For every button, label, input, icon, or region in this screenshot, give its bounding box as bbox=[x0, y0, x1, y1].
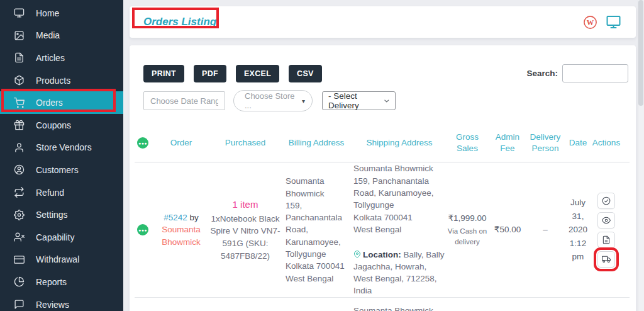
shipping-address-cell: Soumanta Bhowmick 159, Panchanantala Roa… bbox=[347, 162, 445, 297]
sidebar-item-reviews[interactable]: Reviews bbox=[0, 293, 123, 311]
orders-panel: PRINT PDF EXCEL CSV Search: Choose Store… bbox=[130, 45, 636, 311]
sidebar-item-customers[interactable]: Customers bbox=[0, 159, 123, 181]
location-pin-icon bbox=[353, 251, 361, 258]
credit-card-icon bbox=[14, 254, 25, 265]
sidebar-item-withdrawal[interactable]: Withdrawal bbox=[0, 249, 123, 271]
page-header: Orders Listing W bbox=[130, 6, 636, 38]
store-select[interactable]: Choose Store ... ▾ bbox=[233, 90, 313, 111]
column-header-delivery-person[interactable]: Delivery Person bbox=[526, 132, 565, 154]
sidebar-item-articles[interactable]: Articles bbox=[0, 47, 123, 69]
payment-method: Via Cash on delivery bbox=[445, 226, 489, 248]
box-icon bbox=[14, 75, 25, 86]
document-icon bbox=[602, 235, 611, 244]
search-input[interactable] bbox=[562, 64, 628, 82]
items-detail: 1xNotebook Black Spire V Nitro VN7-591G … bbox=[210, 214, 280, 261]
actions-cell bbox=[591, 193, 621, 268]
sidebar-item-label: Customers bbox=[36, 165, 79, 175]
wordpress-icon[interactable]: W bbox=[583, 15, 597, 30]
file-text-icon bbox=[14, 52, 25, 63]
chevron-down-icon bbox=[383, 97, 391, 105]
svg-text:W: W bbox=[587, 18, 594, 26]
page-title: Orders Listing bbox=[143, 16, 216, 28]
monitor-icon[interactable] bbox=[605, 14, 622, 30]
check-circle-icon bbox=[602, 196, 611, 205]
sidebar-item-orders[interactable]: Orders bbox=[0, 91, 123, 114]
repeat-icon bbox=[14, 187, 25, 198]
search-label: Search: bbox=[526, 69, 558, 78]
user-icon bbox=[14, 142, 25, 153]
column-header-admin-fee[interactable]: Admin Fee bbox=[489, 132, 526, 154]
sidebar-item-label: Reviews bbox=[36, 300, 69, 310]
sidebar-item-coupons[interactable]: Coupons bbox=[0, 114, 123, 137]
sidebar-item-label: Products bbox=[36, 76, 70, 86]
admin-fee-cell: ₹50.00 bbox=[489, 223, 526, 236]
items-count: 1 item bbox=[209, 198, 282, 212]
excel-button[interactable]: EXCEL bbox=[236, 65, 279, 82]
shipment-tracking-button[interactable] bbox=[597, 251, 615, 268]
scrollbar[interactable] bbox=[638, 0, 644, 311]
sidebar-item-label: Media bbox=[36, 30, 60, 40]
truck-icon bbox=[602, 255, 611, 264]
expand-all-icon[interactable]: ●●● bbox=[137, 137, 148, 149]
sidebar-item-label: Settings bbox=[36, 210, 68, 220]
export-toolbar: PRINT PDF EXCEL CSV Search: bbox=[135, 64, 630, 82]
sidebar-item-label: Orders bbox=[36, 98, 63, 108]
sidebar-item-products[interactable]: Products bbox=[0, 69, 123, 92]
scrollbar-thumb[interactable] bbox=[638, 0, 643, 106]
date-cell: July 31, 2020 1:12 pm bbox=[565, 196, 591, 264]
delivery-select[interactable]: - Select Delivery bbox=[322, 91, 396, 110]
approve-order-button[interactable] bbox=[597, 193, 615, 209]
gross-sales-amount: ₹1,999.00 bbox=[445, 212, 489, 225]
sidebar-item-store-vendors[interactable]: Store Vendors bbox=[0, 137, 123, 159]
column-header-order[interactable]: Order bbox=[153, 137, 209, 149]
sidebar-item-label: Home bbox=[36, 8, 59, 18]
column-header-actions[interactable]: Actions bbox=[591, 137, 621, 149]
purchased-cell: 1 item 1xNotebook Black Spire V Nitro VN… bbox=[209, 198, 282, 262]
sidebar-item-reports[interactable]: Reports bbox=[0, 271, 123, 293]
gear-icon bbox=[14, 210, 25, 220]
pdf-button[interactable]: PDF bbox=[194, 65, 226, 82]
user-circle-icon bbox=[14, 164, 25, 175]
table-row-partial: Soumanta Bhowmick bbox=[135, 298, 630, 311]
date-range-input[interactable] bbox=[143, 91, 225, 110]
view-order-button[interactable] bbox=[597, 212, 615, 229]
location-label: Location: bbox=[363, 250, 401, 259]
column-header-billing[interactable]: Billing Address bbox=[282, 137, 347, 149]
cart-icon bbox=[14, 98, 25, 108]
column-header-gross-sales[interactable]: Gross Sales bbox=[445, 132, 489, 154]
sidebar-item-label: Withdrawal bbox=[36, 254, 79, 264]
sidebar-item-refund[interactable]: Refund bbox=[0, 181, 123, 204]
sidebar-item-home[interactable]: Home bbox=[0, 2, 123, 25]
print-button[interactable]: PRINT bbox=[143, 65, 184, 82]
table-row: ●●● #5242 by Soumanta Bhowmick 1 item 1x… bbox=[135, 162, 630, 297]
desktop-icon bbox=[14, 8, 25, 18]
sidebar-item-media[interactable]: Media bbox=[0, 25, 123, 47]
sidebar-item-capability[interactable]: Capability bbox=[0, 226, 123, 249]
order-cell: #5242 by Soumanta Bhowmick bbox=[153, 212, 209, 249]
column-header-purchased[interactable]: Purchased bbox=[209, 137, 282, 149]
table-header-row: ●●● Order Purchased Billing Address Ship… bbox=[135, 132, 630, 162]
sidebar-item-label: Reports bbox=[36, 277, 67, 287]
order-number-link[interactable]: #5242 bbox=[164, 213, 187, 222]
expand-row-icon[interactable]: ●●● bbox=[137, 224, 148, 235]
column-header-date[interactable]: Date bbox=[565, 137, 591, 149]
gross-sales-cell: ₹1,999.00 Via Cash on delivery bbox=[445, 212, 489, 248]
filter-toolbar: Choose Store ... ▾ - Select Delivery bbox=[135, 90, 630, 111]
pie-chart-icon bbox=[14, 276, 25, 287]
sidebar-item-label: Store Vendors bbox=[36, 142, 92, 152]
column-header-shipping[interactable]: Shipping Address bbox=[347, 137, 445, 149]
gift-icon bbox=[14, 120, 25, 130]
sidebar-item-label: Coupons bbox=[36, 120, 71, 130]
image-icon bbox=[14, 30, 25, 41]
invoice-button[interactable] bbox=[597, 232, 615, 248]
sidebar-item-label: Articles bbox=[36, 53, 65, 63]
eye-icon bbox=[602, 216, 611, 225]
chat-bubble-icon bbox=[14, 299, 25, 310]
sidebar-item-label: Capability bbox=[36, 232, 74, 242]
sidebar-item-settings[interactable]: Settings bbox=[0, 203, 123, 226]
customer-link[interactable]: Soumanta Bhowmick bbox=[162, 225, 201, 247]
sidebar: Home Media Articles Products Orders Coup… bbox=[0, 0, 123, 311]
user-x-icon bbox=[14, 232, 25, 242]
csv-button[interactable]: CSV bbox=[289, 65, 322, 82]
delivery-person-cell: – bbox=[526, 223, 565, 236]
